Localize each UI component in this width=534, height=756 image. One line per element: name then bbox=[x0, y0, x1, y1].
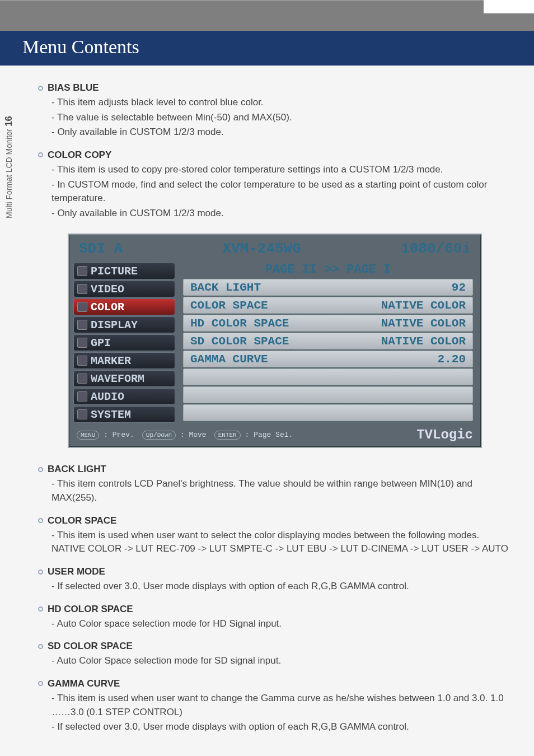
doc-item: COLOR SPACE- This item is used when user… bbox=[38, 515, 512, 556]
osd-nav-item[interactable]: COLOR bbox=[73, 298, 175, 315]
item-line: - Auto Color Space selection mode for SD… bbox=[51, 654, 512, 668]
osd-row[interactable]: SD COLOR SPACENATIVE COLOR bbox=[183, 333, 473, 349]
nav-icon bbox=[77, 266, 87, 276]
bullet-icon bbox=[38, 467, 43, 472]
item-line: - This item is used when user want to se… bbox=[51, 529, 512, 556]
osd-row[interactable]: GAMMA CURVE2.20 bbox=[183, 351, 473, 367]
osd-page-indicator: PAGE II >> PAGE I bbox=[183, 263, 473, 277]
osd-nav: PICTUREVIDEOCOLORDISPLAYGPIMARKERWAVEFOR… bbox=[71, 263, 177, 424]
item-line: - In CUSTOM mode, find and select the co… bbox=[51, 178, 512, 206]
nav-icon bbox=[77, 374, 87, 384]
item-lines: - This item controls LCD Panel's brightn… bbox=[38, 477, 512, 505]
item-title: BACK LIGHT bbox=[48, 464, 106, 475]
osd-row-value: NATIVE COLOR bbox=[381, 317, 466, 330]
bullet-icon bbox=[38, 644, 43, 649]
osd-row-label: SD COLOR SPACE bbox=[190, 335, 289, 348]
item-line: - Auto Color space selection mode for HD… bbox=[51, 617, 512, 631]
item-title: GAMMA CURVE bbox=[48, 678, 120, 689]
osd-nav-item[interactable]: SYSTEM bbox=[73, 406, 175, 423]
side-tab: Multi Format LCD Monitor 16 bbox=[3, 116, 15, 218]
osd-input: SDI A bbox=[79, 240, 123, 257]
nav-icon bbox=[77, 284, 87, 294]
osd-row-label: GAMMA CURVE bbox=[190, 353, 268, 366]
doc-item: BIAS BLUE- This item adjusts black level… bbox=[38, 82, 512, 139]
osd-nav-item[interactable]: MARKER bbox=[73, 352, 175, 369]
bullet-icon bbox=[38, 152, 43, 157]
osd-row-value: 92 bbox=[452, 281, 466, 294]
item-lines: - If selected over 3.0, User mode displa… bbox=[38, 580, 512, 594]
nav-label: WAVEFORM bbox=[91, 372, 144, 385]
item-lines: - This item adjusts black level to contr… bbox=[38, 96, 512, 139]
osd-panel: PAGE II >> PAGE I BACK LIGHT92COLOR SPAC… bbox=[177, 263, 479, 424]
item-line: - Only available in CUSTOM 1/2/3 mode. bbox=[51, 125, 512, 139]
osd-row[interactable]: COLOR SPACENATIVE COLOR bbox=[183, 297, 473, 314]
osd-nav-item[interactable]: AUDIO bbox=[73, 388, 175, 405]
osd-hints: MENU : Prev. Up/Down : Move ENTER : Page… bbox=[77, 431, 293, 439]
item-line: - If selected over 3.0, User mode displa… bbox=[51, 720, 512, 734]
nav-label: AUDIO bbox=[91, 390, 124, 403]
bullet-icon bbox=[38, 518, 43, 523]
osd-row-label: BACK LIGHT bbox=[190, 281, 261, 294]
osd-row-label: HD COLOR SPACE bbox=[190, 317, 289, 330]
side-tab-page: 16 bbox=[3, 116, 14, 127]
nav-label: PICTURE bbox=[91, 265, 138, 278]
osd-empty-row bbox=[183, 404, 473, 421]
bullet-icon bbox=[38, 570, 43, 575]
key-menu: MENU bbox=[77, 431, 99, 440]
nav-label: MARKER bbox=[91, 354, 131, 367]
doc-item: BACK LIGHT- This item controls LCD Panel… bbox=[38, 464, 512, 505]
osd-row[interactable]: BACK LIGHT92 bbox=[183, 279, 473, 296]
item-line: - This item is used to copy pre-stored c… bbox=[51, 163, 512, 177]
bullet-icon bbox=[38, 606, 43, 612]
item-title: COLOR COPY bbox=[48, 150, 111, 161]
item-title: HD COLOR SPACE bbox=[48, 604, 133, 615]
osd-screenshot: SDI A XVM-245WG 1080/60i PICTUREVIDEOCOL… bbox=[38, 234, 512, 448]
nav-label: GPI bbox=[91, 337, 111, 349]
item-lines: - This item is used to copy pre-stored c… bbox=[38, 163, 512, 221]
nav-icon bbox=[77, 338, 87, 348]
item-lines: - This item is used when user want to se… bbox=[38, 529, 512, 556]
item-line: - The value is selectable between Min(-5… bbox=[51, 111, 512, 125]
osd-nav-item[interactable]: GPI bbox=[73, 334, 175, 351]
osd-empty-row bbox=[183, 368, 473, 385]
osd-row-value: NATIVE COLOR bbox=[381, 299, 466, 312]
item-line: - This item controls LCD Panel's brightn… bbox=[51, 477, 512, 505]
page-title: Menu Contents bbox=[0, 31, 534, 66]
nav-icon bbox=[77, 356, 87, 366]
content-area: BIAS BLUE- This item adjusts black level… bbox=[0, 66, 534, 755]
nav-label: SYSTEM bbox=[91, 408, 131, 421]
osd-model: XVM-245WG bbox=[222, 240, 301, 257]
osd-row-label: COLOR SPACE bbox=[190, 299, 268, 312]
header-strip bbox=[0, 0, 534, 31]
item-lines: - Auto Color Space selection mode for SD… bbox=[38, 654, 512, 668]
osd-brand: TVLogic bbox=[416, 427, 473, 442]
nav-label: DISPLAY bbox=[91, 319, 138, 332]
nav-label: COLOR bbox=[91, 301, 124, 314]
page-corner bbox=[484, 0, 534, 13]
nav-icon bbox=[77, 302, 87, 312]
doc-item: USER MODE- If selected over 3.0, User mo… bbox=[38, 566, 512, 594]
doc-item: COLOR COPY- This item is used to copy pr… bbox=[38, 150, 512, 221]
item-title: BIAS BLUE bbox=[48, 82, 99, 94]
osd-empty-row bbox=[183, 386, 473, 403]
doc-item: HD COLOR SPACE- Auto Color space selecti… bbox=[38, 604, 512, 631]
item-line: - If selected over 3.0, User mode displa… bbox=[51, 580, 512, 594]
doc-item: SD COLOR SPACE- Auto Color Space selecti… bbox=[38, 641, 512, 668]
key-enter: ENTER bbox=[214, 431, 241, 440]
osd-row-value: 2.20 bbox=[438, 353, 466, 366]
item-title: COLOR SPACE bbox=[48, 515, 116, 526]
osd-nav-item[interactable]: PICTURE bbox=[73, 263, 175, 279]
osd-row[interactable]: HD COLOR SPACENATIVE COLOR bbox=[183, 315, 473, 332]
nav-icon bbox=[77, 409, 87, 419]
osd-format: 1080/60i bbox=[401, 240, 471, 257]
nav-icon bbox=[77, 320, 87, 330]
nav-icon bbox=[77, 391, 87, 402]
osd-nav-item[interactable]: WAVEFORM bbox=[73, 370, 175, 387]
side-tab-text: Multi Format LCD Monitor bbox=[4, 129, 13, 218]
osd-nav-item[interactable]: DISPLAY bbox=[73, 316, 175, 333]
item-lines: - Auto Color space selection mode for HD… bbox=[38, 617, 512, 631]
osd-nav-item[interactable]: VIDEO bbox=[73, 281, 175, 297]
item-lines: - This item is used when user want to ch… bbox=[38, 692, 512, 734]
item-line: - This item adjusts black level to contr… bbox=[51, 96, 512, 110]
key-updown: Up/Down bbox=[142, 431, 176, 440]
